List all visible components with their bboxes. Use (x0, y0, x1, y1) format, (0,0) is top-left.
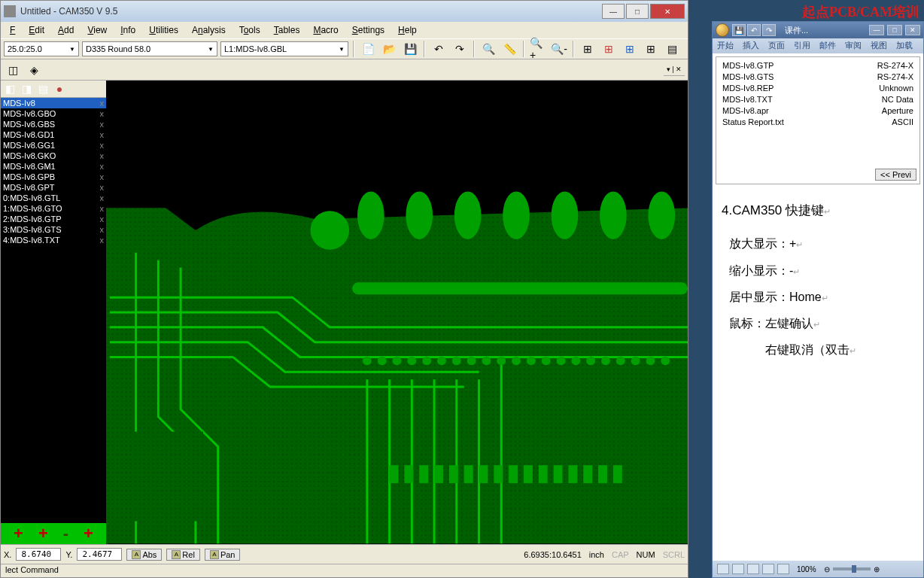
open-icon[interactable]: 📂 (380, 41, 398, 57)
layer-visibility-icon[interactable]: x (100, 109, 105, 118)
zoom-in-icon[interactable]: ⊕ (874, 565, 880, 573)
layer-visibility-icon[interactable]: x (100, 162, 105, 171)
undo-icon[interactable]: ↶ (430, 41, 448, 57)
ribbon-tab[interactable]: 邮件 (815, 38, 840, 53)
panel-btn-3-icon[interactable]: ▤ (35, 82, 50, 96)
word-titlebar[interactable]: 💾 ↶ ↷ 课件... — □ ✕ (713, 22, 923, 38)
plus-icon[interactable]: + (38, 524, 48, 543)
layer-row[interactable]: 4:MDS-Iv8.TXTx (1, 235, 106, 245)
menu-settings[interactable]: Settings (346, 23, 391, 37)
titlebar[interactable]: Untitled - CAM350 V 9.5 — □ ✕ (1, 1, 688, 22)
word-maximize-button[interactable]: □ (887, 25, 902, 35)
layer-visibility-icon[interactable]: x (100, 236, 105, 245)
layer-row[interactable]: MDS-Iv8.GG1x (1, 140, 106, 151)
ribbon-tab[interactable]: 插入 (738, 38, 764, 53)
qat-save-icon[interactable]: 💾 (732, 24, 746, 36)
tool-b-icon[interactable]: ◈ (25, 62, 43, 78)
layer-row[interactable]: MDS-Iv8.GKOx (1, 151, 106, 161)
layer-row[interactable]: 3:MDS-Iv8.GTSx (1, 224, 106, 235)
command-line[interactable]: lect Command (1, 564, 688, 577)
zoom-out-icon[interactable]: ⊖ (824, 565, 830, 573)
office-orb-icon[interactable] (716, 23, 729, 37)
menu-add[interactable]: Add (52, 23, 80, 37)
preview-button[interactable]: << Previ (875, 169, 916, 181)
menu-edit[interactable]: Edit (23, 23, 50, 37)
ribbon-tab[interactable]: 视图 (866, 38, 892, 53)
grid2-icon[interactable]: ⊞ (600, 41, 618, 57)
ribbon-tab[interactable]: 引用 (789, 38, 815, 53)
menu-tools[interactable]: Tools (233, 23, 266, 37)
view-fullscreen-icon[interactable] (732, 564, 744, 574)
redo-icon[interactable]: ↷ (451, 41, 469, 57)
menu-view[interactable]: View (81, 23, 113, 37)
menu-help[interactable]: Help (392, 23, 423, 37)
layers-icon[interactable]: ▤ (663, 41, 681, 57)
menu-info[interactable]: Info (114, 23, 141, 37)
plus-icon[interactable]: + (84, 524, 93, 543)
close-button[interactable]: ✕ (650, 4, 685, 19)
ribbon-tab[interactable]: 页面 (764, 38, 789, 53)
word-close-button[interactable]: ✕ (905, 25, 920, 35)
document-area[interactable]: 4.CAM350 快捷键↵ 放大显示：+↵缩小显示：-↵居中显示：Home↵鼠标… (713, 187, 923, 561)
minus-icon[interactable]: - (63, 524, 68, 543)
panel-btn-1-icon[interactable]: ◧ (2, 82, 17, 96)
coord-scale-dropdown[interactable]: 25.0:25.0▼ (4, 41, 79, 56)
layer-row[interactable]: MDS-Iv8.GPTx (1, 182, 106, 193)
grid3-icon[interactable]: ⊞ (621, 41, 639, 57)
layer-visibility-icon[interactable]: x (100, 99, 105, 108)
layer-row[interactable]: MDS-Iv8.GM1x (1, 161, 106, 172)
layer-row[interactable]: 2:MDS-Iv8.GTPx (1, 214, 106, 224)
ribbon-tab[interactable]: 审阅 (840, 38, 866, 53)
plus-icon[interactable]: + (14, 524, 23, 543)
layer-visibility-icon[interactable]: x (100, 204, 105, 213)
view-outline-icon[interactable] (762, 564, 774, 574)
abs-button[interactable]: AAbs (126, 549, 162, 561)
layer-visibility-icon[interactable]: x (100, 130, 105, 139)
rel-button[interactable]: ARel (166, 549, 200, 561)
zoom-out-icon[interactable]: 🔍- (550, 41, 568, 57)
file-row[interactable]: MDS-Iv8.GTSRS-274-X (719, 71, 916, 83)
layer-list[interactable]: MDS-Iv8xMDS-Iv8.GBOxMDS-Iv8.GBSxMDS-Iv8.… (1, 98, 106, 523)
grid4-icon[interactable]: ⊞ (642, 41, 660, 57)
layer-row[interactable]: MDS-Iv8.GPBx (1, 172, 106, 182)
pcb-canvas[interactable] (106, 81, 688, 544)
qat-redo-icon[interactable]: ↷ (762, 24, 776, 36)
zoom-slider[interactable] (833, 567, 871, 570)
minimize-button[interactable]: — (602, 4, 625, 19)
word-minimize-button[interactable]: — (869, 25, 884, 35)
menu-tables[interactable]: Tables (268, 23, 306, 37)
panel-btn-2-icon[interactable]: ◨ (19, 82, 34, 96)
view-print-icon[interactable] (717, 564, 729, 574)
file-row[interactable]: Status Report.txtASCII (719, 117, 916, 128)
menu-macro[interactable]: Macro (307, 23, 344, 37)
pcb-view[interactable] (106, 81, 688, 544)
layer-visibility-icon[interactable]: x (100, 172, 105, 181)
layer-row[interactable]: 1:MDS-Iv8.GTOx (1, 203, 106, 214)
layer-row[interactable]: MDS-Iv8x (1, 98, 106, 108)
new-icon[interactable]: 📄 (359, 41, 377, 57)
layer-visibility-icon[interactable]: x (100, 183, 105, 192)
menu-file[interactable]: F (4, 23, 21, 37)
file-row[interactable]: MDS-Iv8.TXTNC Data (719, 94, 916, 105)
panel-btn-4-icon[interactable]: ● (52, 82, 67, 96)
file-row[interactable]: MDS-Iv8.REPUnknown (719, 83, 916, 94)
measure-icon[interactable]: 📏 (500, 41, 518, 57)
layer-visibility-icon[interactable]: x (100, 141, 105, 150)
layer-visibility-icon[interactable]: x (100, 214, 105, 224)
layer-row[interactable]: MDS-Iv8.GD1x (1, 129, 106, 140)
maximize-button[interactable]: □ (626, 4, 649, 19)
pan-button[interactable]: APan (205, 549, 241, 561)
ribbon-tab[interactable]: 开始 (713, 38, 738, 53)
layer-row[interactable]: MDS-Iv8.GBOx (1, 108, 106, 119)
menu-analysis[interactable]: Analysis (186, 23, 232, 37)
view-draft-icon[interactable] (777, 564, 789, 574)
layer-row[interactable]: MDS-Iv8.GBSx (1, 119, 106, 129)
view-web-icon[interactable] (747, 564, 759, 574)
layer-dropdown[interactable]: L1:MDS-Iv8.GBL▼ (220, 41, 348, 56)
layer-visibility-icon[interactable]: x (100, 151, 105, 160)
query-icon[interactable]: 🔍 (479, 41, 497, 57)
zoom-in-icon[interactable]: 🔍+ (529, 41, 547, 57)
layer-visibility-icon[interactable]: x (100, 193, 105, 202)
ribbon-tab[interactable]: 加载 (892, 38, 917, 53)
menu-utilities[interactable]: Utilities (143, 23, 184, 37)
